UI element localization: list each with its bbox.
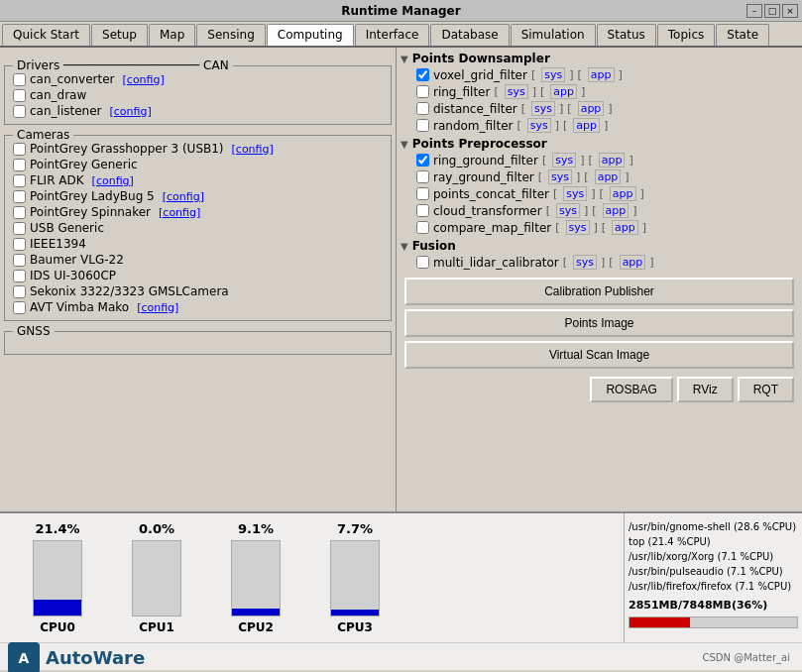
tab-state[interactable]: State (716, 24, 769, 46)
points-downsampler-toggle[interactable]: ▼ (401, 54, 408, 64)
camera-ids-checkbox[interactable] (13, 270, 26, 282)
ring-ground-filter-sys-tag[interactable]: sys (552, 153, 576, 168)
tab-sensing[interactable]: Sensing (196, 24, 265, 46)
cpu-bars-panel: 21.4% CPU0 0.0% CPU1 9.1% CPU2 (0, 513, 624, 642)
camera-avt-config[interactable]: [config] (137, 301, 178, 314)
cpu2-percent: 9.1% (238, 521, 274, 536)
random-filter-app-tag[interactable]: app (573, 118, 600, 133)
distance-filter-checkbox[interactable] (416, 102, 429, 115)
ring-filter-row: ring_filter [sys] [app] (416, 84, 798, 99)
camera-spinnaker-checkbox[interactable] (13, 206, 26, 219)
cpu1-label: CPU1 (139, 620, 174, 634)
fusion-toggle[interactable]: ▼ (401, 241, 408, 252)
ring-filter-sys-tag[interactable]: sys (505, 84, 528, 99)
calibration-publisher-button[interactable]: Calibration Publisher (404, 278, 794, 305)
window-controls[interactable]: – □ × (746, 4, 798, 18)
ring-filter-checkbox[interactable] (416, 85, 429, 98)
camera-generic-checkbox[interactable] (13, 159, 26, 171)
points-concat-filter-app-tag[interactable]: app (610, 186, 636, 201)
cpu-process-3: /usr/bin/pulseaudio (7.1 %CPU) (629, 564, 798, 579)
points-image-button[interactable]: Points Image (404, 309, 794, 337)
camera-spinnaker-label: PointGrey Spinnaker (30, 205, 151, 219)
right-panel: ▼ Points Downsampler voxel_grid_filter [… (397, 48, 802, 511)
multi-lidar-calibrator-sys-tag[interactable]: sys (573, 255, 597, 270)
camera-ladybug-config[interactable]: [config] (163, 190, 204, 203)
cpu0-bar-container (33, 540, 82, 616)
virtual-scan-image-button[interactable]: Virtual Scan Image (404, 341, 794, 369)
camera-grasshopper-checkbox[interactable] (13, 143, 26, 156)
bottom-inner: 21.4% CPU0 0.0% CPU1 9.1% CPU2 (0, 513, 802, 642)
voxel-grid-filter-sys-tag[interactable]: sys (541, 67, 565, 82)
multi-lidar-calibrator-checkbox[interactable] (416, 256, 429, 269)
camera-grasshopper-config[interactable]: [config] (232, 143, 274, 156)
can-listener-config[interactable]: [config] (110, 105, 152, 118)
points-concat-filter-checkbox[interactable] (416, 187, 429, 200)
minimize-button[interactable]: – (746, 4, 762, 18)
ray-ground-filter-sys-tag[interactable]: sys (548, 169, 572, 184)
logo-row: A AutoWare CSDN @Matter_ai (0, 642, 802, 672)
ring-filter-app-tag[interactable]: app (550, 84, 577, 99)
compare-map-filter-sys-tag[interactable]: sys (566, 220, 590, 235)
random-filter-sys-tag[interactable]: sys (527, 118, 551, 133)
ring-ground-filter-checkbox[interactable] (416, 154, 429, 167)
camera-spinnaker-config[interactable]: [config] (159, 206, 200, 219)
cloud-transformer-sys-tag[interactable]: sys (556, 203, 580, 218)
camera-ladybug-checkbox[interactable] (13, 190, 26, 203)
camera-avt-checkbox[interactable] (13, 301, 26, 314)
tab-computing[interactable]: Computing (267, 24, 354, 46)
ring-ground-filter-app-tag[interactable]: app (599, 153, 626, 168)
distance-filter-app-tag[interactable]: app (578, 101, 605, 116)
voxel-grid-filter-app-tag[interactable]: app (588, 67, 615, 82)
camera-fliradx-checkbox[interactable] (13, 174, 26, 187)
rviz-button[interactable]: RViz (677, 377, 734, 402)
can-listener-checkbox[interactable] (13, 105, 26, 118)
ray-ground-filter-label: ray_ground_filter (433, 170, 534, 184)
cloud-transformer-checkbox[interactable] (416, 204, 429, 217)
ring-ground-filter-row: ring_ground_filter [sys] [app] (416, 153, 798, 168)
camera-ieee-checkbox[interactable] (13, 238, 26, 251)
cloud-transformer-app-tag[interactable]: app (603, 203, 630, 218)
camera-ids-label: IDS UI-3060CP (30, 269, 116, 282)
tab-status[interactable]: Status (597, 24, 656, 46)
camera-usbgeneric-checkbox[interactable] (13, 222, 26, 235)
ray-ground-filter-app-tag[interactable]: app (595, 169, 622, 184)
can-converter-checkbox[interactable] (13, 73, 26, 86)
ray-ground-filter-row: ray_ground_filter [sys] [app] (416, 169, 798, 184)
camera-fliradx-config[interactable]: [config] (92, 174, 134, 187)
voxel-grid-filter-checkbox[interactable] (416, 68, 429, 81)
compare-map-filter-label: compare_map_filter (433, 221, 551, 235)
compare-map-filter-checkbox[interactable] (416, 221, 429, 234)
tab-interface[interactable]: Interface (355, 24, 430, 46)
cpu3-bar-fill (331, 610, 379, 616)
multi-lidar-calibrator-app-tag[interactable]: app (620, 255, 646, 270)
tab-quickstart[interactable]: Quick Start (2, 24, 90, 46)
cpu2-bar-fill (232, 609, 280, 616)
can-converter-label: can_converter (30, 72, 115, 86)
camera-baumer-checkbox[interactable] (13, 254, 26, 267)
random-filter-checkbox[interactable] (416, 119, 429, 132)
cameras-group: Cameras PointGrey Grasshopper 3 (USB1) [… (4, 135, 392, 321)
cloud-transformer-label: cloud_transformer (433, 204, 542, 218)
maximize-button[interactable]: □ (764, 4, 780, 18)
ray-ground-filter-checkbox[interactable] (416, 170, 429, 183)
can-converter-config[interactable]: [config] (123, 73, 165, 86)
rqt-button[interactable]: RQT (738, 377, 794, 402)
camera-ieee-row: IEEE1394 (13, 237, 383, 251)
tab-map[interactable]: Map (149, 24, 195, 46)
multi-lidar-calibrator-row: multi_lidar_calibrator [sys] [app] (416, 255, 798, 270)
tab-setup[interactable]: Setup (91, 24, 148, 46)
can-draw-checkbox[interactable] (13, 89, 26, 102)
points-preprocessor-toggle[interactable]: ▼ (401, 139, 408, 150)
tab-database[interactable]: Database (430, 24, 509, 46)
distance-filter-sys-tag[interactable]: sys (531, 101, 555, 116)
tab-simulation[interactable]: Simulation (511, 24, 596, 46)
rosbag-button[interactable]: ROSBAG (590, 377, 672, 402)
ring-ground-filter-label: ring_ground_filter (433, 154, 538, 168)
points-concat-filter-sys-tag[interactable]: sys (563, 186, 587, 201)
close-button[interactable]: × (782, 4, 798, 18)
camera-sekonix-checkbox[interactable] (13, 285, 26, 298)
tab-topics[interactable]: Topics (657, 24, 715, 46)
cpu3-percent: 7.7% (337, 521, 373, 536)
compare-map-filter-app-tag[interactable]: app (612, 220, 638, 235)
cpu3-group: 7.7% CPU3 (305, 521, 404, 634)
